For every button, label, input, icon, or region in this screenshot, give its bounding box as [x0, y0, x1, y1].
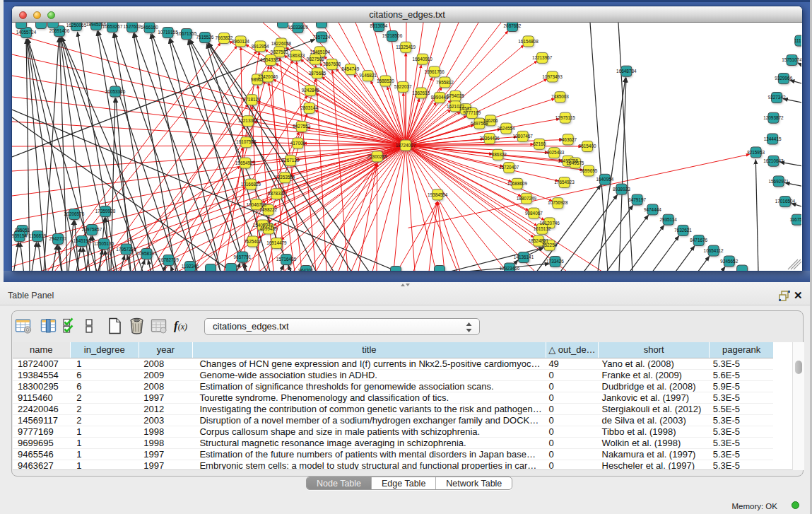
- svg-text:18807249: 18807249: [516, 195, 536, 200]
- svg-text:16107553: 16107553: [236, 139, 257, 144]
- svg-text:17654923: 17654923: [554, 180, 575, 185]
- svg-text:9657791: 9657791: [233, 254, 251, 259]
- svg-text:2935114: 2935114: [659, 216, 677, 221]
- svg-text:16543382: 16543382: [260, 57, 281, 62]
- svg-text:10719155: 10719155: [158, 30, 178, 35]
- svg-text:10046798: 10046798: [246, 201, 266, 206]
- svg-text:9463627: 9463627: [559, 136, 577, 141]
- svg-text:15716485: 15716485: [276, 257, 296, 262]
- svg-text:10653267: 10653267: [102, 24, 122, 29]
- svg-text:8960124: 8960124: [232, 38, 249, 43]
- svg-text:1527602: 1527602: [123, 24, 141, 29]
- svg-text:10688609: 10688609: [507, 181, 527, 186]
- svg-text:17359928: 17359928: [95, 209, 115, 214]
- svg-text:8938923: 8938923: [612, 186, 630, 191]
- svg-text:1588520: 1588520: [376, 78, 394, 83]
- svg-text:1498222: 1498222: [259, 207, 277, 212]
- svg-text:5322037: 5322037: [394, 84, 411, 89]
- svg-text:9146821: 9146821: [359, 73, 377, 78]
- svg-text:19218506: 19218506: [382, 33, 402, 38]
- svg-text:1362615: 1362615: [412, 90, 430, 95]
- svg-text:7632621: 7632621: [674, 228, 692, 233]
- svg-text:16154808: 16154808: [518, 38, 539, 43]
- svg-text:12923466: 12923466: [499, 265, 519, 270]
- svg-text:9827508: 9827508: [306, 56, 324, 61]
- svg-text:7515526: 7515526: [196, 35, 213, 40]
- svg-text:15692971: 15692971: [768, 178, 789, 183]
- svg-text:19166829: 19166829: [240, 181, 261, 186]
- svg-text:8215953: 8215953: [747, 149, 765, 154]
- svg-text:1615132: 1615132: [533, 226, 551, 231]
- svg-text:8267130: 8267130: [281, 158, 299, 163]
- svg-text:6497568: 6497568: [470, 120, 488, 125]
- svg-text:12213363: 12213363: [237, 118, 258, 123]
- svg-text:22420046: 22420046: [257, 74, 278, 78]
- svg-text:7386322: 7386322: [489, 152, 507, 157]
- svg-text:16640910: 16640910: [412, 56, 433, 61]
- svg-text:2718120: 2718120: [242, 97, 260, 102]
- svg-text:12213967: 12213967: [531, 55, 552, 60]
- svg-text:6466160: 6466160: [141, 25, 158, 30]
- svg-text:6794028: 6794028: [446, 93, 464, 98]
- svg-text:9827503: 9827503: [270, 49, 288, 54]
- svg-text:8427552: 8427552: [293, 124, 310, 129]
- svg-text:11172: 11172: [794, 37, 801, 42]
- svg-text:1733426: 1733426: [546, 259, 564, 264]
- svg-text:9515400: 9515400: [578, 144, 596, 148]
- svg-text:16782759: 16782759: [158, 257, 179, 262]
- svg-text:1192346: 1192346: [181, 264, 199, 269]
- svg-text:8912954: 8912954: [251, 43, 269, 48]
- svg-text:16250065: 16250065: [66, 23, 86, 28]
- svg-text:20206576: 20206576: [64, 211, 84, 216]
- svg-text:18226058: 18226058: [271, 40, 291, 45]
- svg-text:1640954: 1640954: [596, 177, 613, 182]
- svg-text:116753: 116753: [789, 216, 801, 221]
- svg-text:8454749: 8454749: [341, 66, 359, 71]
- svg-text:20691406: 20691406: [49, 28, 69, 33]
- svg-text:9245652: 9245652: [720, 258, 738, 263]
- svg-text:15465194: 15465194: [310, 49, 330, 54]
- svg-text:17016504: 17016504: [775, 199, 795, 204]
- svg-text:10756928: 10756928: [548, 200, 568, 205]
- svg-text:7955812: 7955812: [436, 79, 454, 84]
- svg-text:10973493: 10973493: [542, 74, 563, 78]
- svg-text:2087682: 2087682: [503, 23, 521, 28]
- svg-text:18724007: 18724007: [395, 142, 416, 147]
- svg-text:14055724: 14055724: [16, 30, 36, 35]
- svg-text:12353594: 12353594: [274, 175, 295, 180]
- svg-text:17957225: 17957225: [116, 246, 136, 251]
- svg-text:3875685: 3875685: [308, 70, 326, 75]
- svg-text:16961766: 16961766: [424, 69, 445, 74]
- svg-text:1649575: 1649575: [566, 160, 584, 165]
- svg-text:9329966: 9329966: [775, 76, 792, 81]
- svg-text:8813054: 8813054: [370, 23, 387, 28]
- svg-text:7357224: 7357224: [312, 34, 330, 39]
- svg-text:3624554: 3624554: [497, 125, 514, 130]
- svg-text:16671355: 16671355: [176, 31, 196, 36]
- svg-text:2867608: 2867608: [323, 62, 341, 66]
- svg-text:8186323: 8186323: [287, 52, 305, 57]
- svg-text:9777169: 9777169: [463, 110, 481, 115]
- svg-text:15751074: 15751074: [782, 57, 801, 62]
- svg-text:1244415: 1244415: [763, 136, 781, 141]
- svg-text:20053346: 20053346: [105, 88, 125, 93]
- svg-text:9084067: 9084067: [524, 210, 542, 215]
- svg-text:20364436: 20364436: [479, 136, 500, 141]
- svg-text:9474444: 9474444: [643, 206, 661, 211]
- svg-text:19654923: 19654923: [235, 160, 255, 165]
- svg-text:12975115: 12975115: [555, 115, 575, 119]
- svg-text:9699695: 9699695: [579, 168, 597, 173]
- svg-text:6479197: 6479197: [628, 197, 646, 201]
- svg-text:11325419: 11325419: [396, 45, 416, 49]
- svg-text:2942737: 2942737: [49, 236, 66, 241]
- svg-text:23975857: 23975857: [81, 227, 102, 232]
- svg-text:4099489: 4099489: [259, 226, 277, 230]
- svg-text:16210643: 16210643: [763, 158, 784, 163]
- svg-text:16033809: 16033809: [288, 25, 308, 30]
- svg-text:1156819: 1156819: [28, 233, 46, 238]
- svg-text:7663822: 7663822: [215, 35, 233, 40]
- svg-text:7485003: 7485003: [551, 94, 569, 99]
- svg-text:8471676: 8471676: [690, 238, 707, 243]
- svg-text:252254: 252254: [541, 243, 557, 247]
- svg-text:10654112: 10654112: [703, 247, 723, 252]
